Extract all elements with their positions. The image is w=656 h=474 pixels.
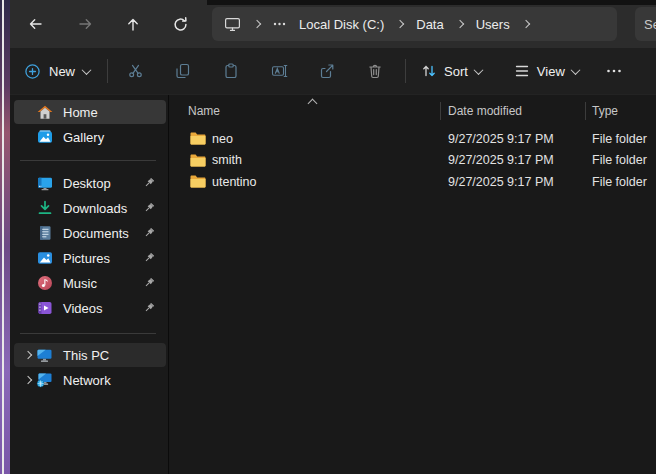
pin-icon: [143, 252, 155, 264]
file-name: smith: [212, 153, 242, 167]
address-bar[interactable]: Local Disk (C:) Data Users: [212, 7, 617, 41]
copy-button[interactable]: [161, 55, 205, 87]
refresh-button[interactable]: [164, 10, 196, 38]
sort-ascending-icon: [308, 99, 318, 109]
breadcrumb-folder-data[interactable]: Data: [416, 17, 443, 32]
sidebar-item-videos[interactable]: Videos: [14, 296, 166, 320]
toolbar-divider: [405, 59, 406, 83]
sidebar-item-label: Videos: [63, 301, 103, 316]
breadcrumb-overflow-icon[interactable]: [273, 22, 286, 26]
file-list-pane: Name Date modified Type: [169, 95, 656, 474]
expand-chevron-icon[interactable]: [20, 377, 36, 383]
sidebar-item-documents[interactable]: Documents: [14, 221, 166, 245]
new-button[interactable]: New: [24, 63, 90, 80]
ellipsis-icon: [606, 69, 622, 73]
more-options-button[interactable]: [596, 55, 632, 87]
paste-button[interactable]: [209, 55, 253, 87]
sidebar-item-pictures[interactable]: Pictures: [14, 246, 166, 270]
this-pc-icon: [36, 347, 53, 364]
sidebar-item-label: Network: [63, 373, 111, 388]
rename-button[interactable]: [257, 55, 301, 87]
forward-button[interactable]: [69, 10, 101, 38]
share-button[interactable]: [305, 55, 349, 87]
file-row-utentino[interactable]: utentino 9/27/2025 9:17 PM File folder: [169, 171, 656, 193]
folder-icon: [190, 175, 206, 188]
folder-icon: [190, 132, 206, 145]
up-arrow-icon: [125, 16, 141, 33]
search-placeholder: Search: [644, 17, 656, 32]
new-button-label: New: [49, 64, 75, 79]
breadcrumb-drive[interactable]: Local Disk (C:): [299, 17, 384, 32]
breadcrumb-chevron-icon[interactable]: [396, 20, 404, 28]
pin-icon: [143, 227, 155, 239]
sidebar-item-downloads[interactable]: Downloads: [14, 196, 166, 220]
pin-icon: [143, 302, 155, 314]
delete-trash-icon: [367, 63, 383, 79]
sort-button[interactable]: Sort: [412, 63, 491, 79]
column-header-type[interactable]: Type: [585, 104, 656, 118]
file-name: neo: [212, 132, 233, 146]
toolbar-divider: [107, 59, 108, 83]
file-type: File folder: [585, 175, 656, 189]
sidebar-item-label: This PC: [63, 348, 109, 363]
chevron-down-icon: [570, 65, 580, 75]
file-explorer-window: Local Disk (C:) Data Users Search New: [0, 0, 656, 474]
sidebar-item-label: Gallery: [63, 130, 104, 145]
file-date-modified: 9/27/2025 9:17 PM: [440, 153, 585, 167]
paste-clipboard-icon: [223, 63, 239, 79]
sidebar-item-network[interactable]: Network: [14, 368, 166, 392]
sidebar-item-home[interactable]: Home: [14, 100, 166, 124]
column-header-name[interactable]: Name: [169, 104, 440, 118]
pin-icon: [143, 202, 155, 214]
column-header-date-modified[interactable]: Date modified: [440, 104, 585, 118]
view-list-icon: [514, 64, 530, 78]
sidebar-item-label: Pictures: [63, 251, 110, 266]
sidebar-item-label: Home: [63, 105, 98, 120]
sidebar-item-desktop[interactable]: Desktop: [14, 171, 166, 195]
folder-icon: [190, 154, 206, 167]
sidebar-divider: [20, 160, 156, 161]
breadcrumb-chevron-icon[interactable]: [253, 20, 261, 28]
back-button[interactable]: [19, 10, 51, 38]
sidebar: Home Gallery Desktop: [10, 95, 169, 474]
breadcrumb-chevron-icon[interactable]: [455, 20, 463, 28]
sidebar-item-gallery[interactable]: Gallery: [14, 125, 166, 149]
sidebar-item-label: Desktop: [63, 176, 111, 191]
file-name: utentino: [212, 175, 256, 189]
command-toolbar: New: [10, 48, 656, 95]
file-row-smith[interactable]: smith 9/27/2025 9:17 PM File folder: [169, 150, 656, 172]
up-button[interactable]: [117, 10, 149, 38]
sidebar-item-music[interactable]: Music: [14, 271, 166, 295]
sidebar-divider: [20, 333, 156, 334]
column-divider[interactable]: [440, 102, 441, 120]
desktop-background-strip: [0, 0, 10, 474]
chevron-down-icon: [473, 65, 483, 75]
new-plus-circle-icon: [24, 63, 41, 80]
view-button-label: View: [537, 64, 565, 79]
file-date-modified: 9/27/2025 9:17 PM: [440, 175, 585, 189]
navigation-bar: Local Disk (C:) Data Users Search: [10, 0, 656, 48]
music-icon: [36, 275, 53, 292]
search-input[interactable]: Search: [635, 7, 656, 41]
refresh-icon: [172, 16, 189, 33]
breadcrumb-folder-users[interactable]: Users: [476, 17, 510, 32]
sort-arrows-icon: [421, 63, 437, 79]
gallery-icon: [36, 129, 53, 146]
sort-button-label: Sort: [444, 64, 468, 79]
file-row-neo[interactable]: neo 9/27/2025 9:17 PM File folder: [169, 128, 656, 150]
view-button[interactable]: View: [505, 64, 588, 79]
forward-arrow-icon: [77, 16, 94, 32]
column-headers: Name Date modified Type: [169, 98, 656, 124]
delete-button[interactable]: [353, 55, 397, 87]
sidebar-item-this-pc[interactable]: This PC: [14, 343, 166, 367]
sidebar-item-label: Music: [63, 276, 97, 291]
network-icon: [36, 372, 53, 389]
breadcrumb-chevron-icon[interactable]: [521, 20, 529, 28]
chevron-down-icon: [82, 65, 92, 75]
expand-chevron-icon[interactable]: [20, 352, 36, 358]
cut-button[interactable]: [113, 55, 157, 87]
copy-icon: [175, 63, 191, 79]
desktop-background-line: [2, 0, 4, 474]
documents-icon: [36, 225, 53, 242]
column-divider[interactable]: [585, 102, 586, 120]
